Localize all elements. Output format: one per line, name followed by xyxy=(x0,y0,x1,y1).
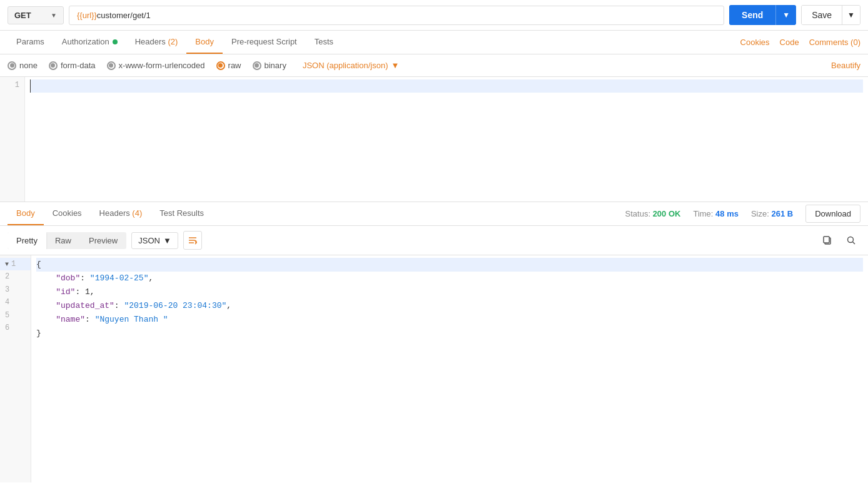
wrap-button[interactable] xyxy=(183,231,202,250)
right-tabs: Cookies Code Comments (0) xyxy=(740,38,860,47)
option-form-data[interactable]: form-data xyxy=(49,61,96,70)
radio-urlencoded xyxy=(107,61,116,70)
response-json-content: { "dob": "1994-02-25", "id": 1, "updated… xyxy=(31,255,868,482)
resp-linenum-5: 5 xyxy=(0,309,31,322)
json-line-5: "name": "Nguyen Thanh " xyxy=(36,313,863,327)
request-tabs: Params Authorization Headers (2) Body Pr… xyxy=(0,31,868,54)
size-label: Size: 261 B xyxy=(751,209,793,218)
method-chevron-icon: ▼ xyxy=(51,12,57,19)
option-raw[interactable]: raw xyxy=(216,61,241,70)
resp-tab-body[interactable]: Body xyxy=(8,202,44,225)
download-button[interactable]: Download xyxy=(805,205,860,223)
response-tabs: Body Cookies Headers (4) Test Results xyxy=(8,202,213,225)
option-binary[interactable]: binary xyxy=(253,61,286,70)
resp-linenum-4: 4 xyxy=(0,296,31,309)
copy-button[interactable] xyxy=(818,231,837,250)
url-path-part: customer/get/1 xyxy=(97,11,151,20)
request-editor: 1 xyxy=(0,77,868,202)
request-cursor-line xyxy=(30,79,863,93)
resp-linenum-6: 6 xyxy=(0,322,31,334)
status-label: Status: 200 OK xyxy=(625,209,681,218)
time-value: 48 ms xyxy=(715,209,739,218)
format-tab-pretty[interactable]: Pretty xyxy=(8,232,46,249)
format-tab-preview[interactable]: Preview xyxy=(80,232,126,249)
search-icon xyxy=(846,235,856,245)
request-editor-content[interactable] xyxy=(25,77,868,202)
tab-tests[interactable]: Tests xyxy=(306,31,342,54)
resp-linenum-2: 2 xyxy=(0,270,31,283)
request-line-1: 1 xyxy=(0,79,24,91)
response-format-select[interactable]: JSON ▼ xyxy=(131,232,178,249)
json-select-chevron-icon: ▼ xyxy=(391,61,399,70)
resp-tab-cookies[interactable]: Cookies xyxy=(44,202,91,225)
url-template-part: {{url}} xyxy=(77,11,97,20)
resp-tab-test-results[interactable]: Test Results xyxy=(151,202,213,225)
request-cursor xyxy=(30,79,36,93)
radio-none xyxy=(8,61,16,70)
url-input[interactable]: {{url}}customer/get/1 xyxy=(69,6,724,25)
radio-form-data xyxy=(49,61,58,70)
tab-prerequest[interactable]: Pre-request Script xyxy=(223,31,306,54)
json-line-6: } xyxy=(36,327,863,340)
top-bar: GET ▼ {{url}}customer/get/1 Send ▼ Save … xyxy=(0,0,868,31)
json-line-1: { xyxy=(36,258,863,272)
format-select-chevron-icon: ▼ xyxy=(163,236,171,245)
copy-icon xyxy=(822,235,832,245)
response-toolbar: Pretty Raw Preview JSON ▼ xyxy=(0,226,868,255)
size-value: 261 B xyxy=(771,209,793,218)
tab-body[interactable]: Body xyxy=(186,31,223,54)
response-bar: Body Cookies Headers (4) Test Results St… xyxy=(0,202,868,226)
time-label: Time: 48 ms xyxy=(693,209,739,218)
svg-rect-4 xyxy=(824,237,829,243)
json-line-3: "id": 1, xyxy=(36,285,863,299)
tab-code-right[interactable]: Code xyxy=(780,38,799,47)
resp-linenum-3: 3 xyxy=(0,283,31,296)
method-select[interactable]: GET ▼ xyxy=(8,6,64,24)
svg-line-6 xyxy=(853,242,855,245)
save-button-group: Save ▼ xyxy=(801,5,860,25)
svg-point-5 xyxy=(848,237,854,243)
json-line-2: "dob": "1994-02-25", xyxy=(36,272,863,285)
authorization-active-dot xyxy=(113,39,118,44)
method-value: GET xyxy=(14,11,31,20)
radio-binary xyxy=(253,61,261,70)
search-button[interactable] xyxy=(842,231,860,250)
format-tabs: Pretty Raw Preview xyxy=(8,232,126,249)
tab-comments-right[interactable]: Comments (0) xyxy=(809,38,860,47)
tab-cookies-right[interactable]: Cookies xyxy=(740,38,770,47)
save-button[interactable]: Save xyxy=(802,6,842,24)
resp-linenum-1: ▼ 1 xyxy=(0,258,31,270)
beautify-button[interactable]: Beautify xyxy=(831,61,860,70)
response-viewer: ▼ 1 2 3 4 5 6 { "dob": "1994-02-25", "id… xyxy=(0,255,868,482)
radio-raw xyxy=(216,61,225,70)
option-urlencoded[interactable]: x-www-form-urlencoded xyxy=(107,61,205,70)
request-line-numbers: 1 xyxy=(0,77,25,202)
toolbar-right xyxy=(818,231,860,250)
response-line-numbers: ▼ 1 2 3 4 5 6 xyxy=(0,255,31,482)
status-value: 200 OK xyxy=(653,209,681,218)
resp-tab-headers[interactable]: Headers (4) xyxy=(91,202,151,225)
wrap-icon xyxy=(188,235,198,245)
body-options: none form-data x-www-form-urlencoded raw… xyxy=(0,54,868,77)
tab-params[interactable]: Params xyxy=(8,31,53,54)
response-meta: Status: 200 OK Time: 48 ms Size: 261 B D… xyxy=(625,205,860,223)
send-button-group: Send ▼ xyxy=(729,5,796,25)
json-line-4: "updated_at": "2019-06-20 23:04:30", xyxy=(36,299,863,313)
send-dropdown-button[interactable]: ▼ xyxy=(775,5,796,25)
tab-authorization[interactable]: Authorization xyxy=(53,31,126,54)
tab-headers[interactable]: Headers (2) xyxy=(126,31,187,54)
collapse-arrow-1[interactable]: ▼ xyxy=(5,259,9,270)
save-dropdown-button[interactable]: ▼ xyxy=(842,6,860,24)
json-type-select[interactable]: JSON (application/json) ▼ xyxy=(303,61,399,70)
option-none[interactable]: none xyxy=(8,61,38,70)
format-tab-raw[interactable]: Raw xyxy=(46,232,80,249)
send-button[interactable]: Send xyxy=(729,5,775,25)
